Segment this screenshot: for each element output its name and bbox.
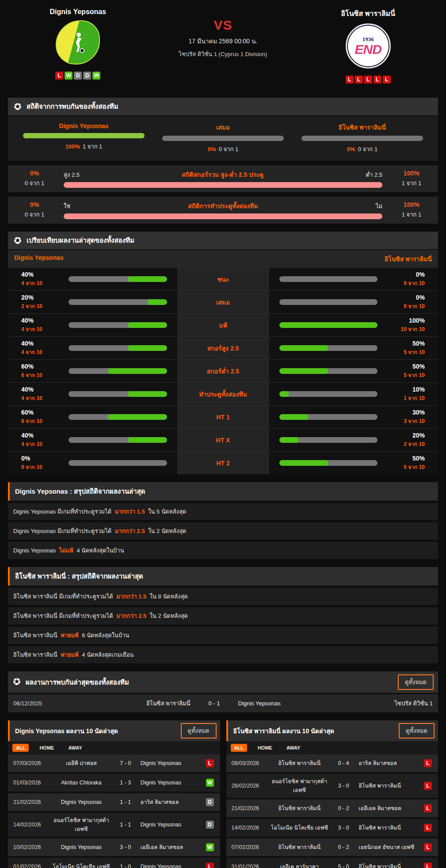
home-bar-fill	[128, 276, 167, 282]
summary-highlight: พ่ายแพ้	[61, 632, 78, 639]
recent-match-row[interactable]: 10/02/2026Dignis Yepsonas3 - 0เออีเอล ลิ…	[8, 838, 220, 858]
h2h-column-values: 100%1 จาก 1	[65, 142, 103, 151]
result-badge-w: W	[206, 779, 214, 787]
recent-match-row[interactable]: 01/03/2026Akritas Chloraka1 - 3Dignis Ye…	[8, 774, 220, 793]
match-date: 14/02/2026	[229, 825, 267, 831]
match-info: VS 17 มีนาคม 2569 00:00 น. ไซปรัส ดิวิชั…	[148, 7, 298, 59]
home-percent: 0%	[21, 455, 59, 462]
comparison-away-bar	[279, 414, 378, 420]
home-bar-fill	[147, 299, 167, 305]
recent-match-row[interactable]: 01/02/2026โอโมเนีย นิโคเชีย เอฟซี1 - 0Di…	[8, 858, 220, 868]
result-badge-cell: W	[202, 843, 217, 851]
summary-text-pre: Dignis Yepsonas มีเกมที่ทำประตูรวมได้	[13, 528, 113, 534]
tab-all[interactable]: ALL	[12, 744, 29, 752]
summary-text-pre: Dignis Yepsonas มีเกมที่ทำประตูรวมได้	[13, 508, 113, 515]
tab-home[interactable]: HOME	[36, 744, 57, 752]
comparison-home-values: 20%2 จาก 10	[8, 294, 59, 310]
recent-match-row[interactable]: 31/01/2026เออีเค ลาร์นาคา5 - 0อิโนซิส พา…	[226, 858, 438, 868]
match-date: 06/12/2025	[13, 700, 75, 707]
summary-text-pre: อิโนซิส พาราลิมนี่	[13, 651, 59, 658]
comparison-row: 60%6 จาก 10สกอร์ต่ำ 2.550%5 จาก 10	[8, 359, 438, 382]
recent-match-row[interactable]: 28/02/2026อนอร์โธซิส ฟามากุสต้า เอฟซี3 -…	[226, 774, 438, 799]
match-date: 21/02/2026	[11, 799, 49, 805]
tab-all[interactable]: ALL	[231, 744, 247, 752]
tab-home[interactable]: HOME	[254, 744, 276, 752]
comparison-home-values: 60%6 จาก 10	[8, 363, 59, 379]
away-percent: 0%	[416, 271, 425, 278]
recent-match-row[interactable]: 07/02/2026อิโนซิส พาราลิมนี่0 - 2เอธนิกอ…	[226, 838, 438, 858]
comparison-row-label: เสมอ	[177, 291, 270, 313]
recent-match-row[interactable]: 21/02/2026Dignis Yepsonas1 - 1อาริส ลิมา…	[8, 793, 220, 813]
result-badge-d: D	[206, 798, 214, 806]
result-badge-cell: L	[420, 759, 435, 767]
h2h-matches-section: ผลงานการพบกันล่าสุดของทั้งสองทีม ดูทั้งห…	[8, 671, 438, 712]
away-bar-fill	[279, 437, 299, 443]
tab-away[interactable]: AWAY	[65, 744, 85, 752]
form-badge-d: D	[83, 72, 91, 80]
tab-away[interactable]: AWAY	[283, 744, 304, 752]
away-recent-view-all-button[interactable]: ดูทั้งหมด	[399, 723, 435, 739]
home-count: 2 จาก 10	[21, 302, 59, 310]
away-logo-text: END	[355, 43, 381, 56]
recent-match-row[interactable]: 07/03/2026เออีพี ปาฟอส7 - 0Dignis Yepson…	[8, 754, 220, 774]
recent-match-row[interactable]: 08/03/2026อิโนซิส พาราลิมนี่0 - 4อาริส ล…	[226, 754, 438, 774]
home-count: 4 จาก 10	[21, 325, 59, 333]
comparison-team-names: Dignis Yepsonas อิโนซิส พาราลิมนี่	[8, 250, 438, 268]
h2h-stats-section: สถิติจากการพบกันของทั้งสองทีม Dignis Yep…	[8, 98, 438, 224]
ou-right-count: 1 จาก 1	[402, 210, 421, 219]
comparison-away-bar	[279, 276, 378, 282]
away-count: 0 จาก 10	[404, 279, 425, 287]
result-badge-l: L	[424, 782, 432, 790]
comparison-row: 40%4 จาก 10แพ้100%10 จาก 10	[8, 313, 438, 336]
match-league: ไซปรัส ดิวิชั่น 1	[353, 699, 433, 708]
match-date: 07/03/2026	[11, 760, 49, 766]
summary-highlight: มากกว่า 2.5	[116, 613, 146, 619]
h2h-matches-header: ผลงานการพบกันล่าสุดของทั้งสองทีม ดูทั้งห…	[8, 671, 438, 693]
player-silhouette-icon	[66, 31, 89, 54]
comparison-away-values: 0%0 จาก 10	[387, 294, 438, 310]
h2h-view-all-button[interactable]: ดูทั้งหมด	[398, 674, 434, 690]
result-badge-cell: L	[202, 759, 217, 767]
away-count: 2 จาก 10	[404, 440, 425, 448]
h2h-column-values: 0%0 จาก 1	[347, 145, 377, 154]
soccer-ball-icon	[13, 102, 22, 111]
comparison-away-bar	[279, 345, 378, 351]
result-badge-l: L	[424, 759, 432, 767]
home-percent: 60%	[21, 363, 59, 370]
summary-row: อิโนซิส พาราลิมนี่ มีเกมที่ทำประตูรวมได้…	[8, 588, 438, 605]
form-badge-l: L	[383, 76, 391, 84]
h2h-count: 0 จาก 1	[358, 146, 377, 152]
comparison-row: 40%4 จาก 10HT X20%2 จาก 10	[8, 428, 438, 451]
comparison-row: 20%2 จาก 10เสมอ0%0 จาก 10	[8, 290, 438, 313]
ou-bar	[64, 182, 382, 188]
form-badge-l: L	[55, 72, 63, 80]
comparison-home-bar	[69, 276, 167, 282]
away-team: อาริส ลิมาสชอล	[355, 759, 420, 768]
home-team-name: Dignis Yepsonas	[50, 8, 106, 16]
h2h-win-panel: Dignis Yepsonas100%1 จาก 1เสมอ0%0 จาก 1อ…	[8, 116, 438, 161]
home-recent-view-all-button[interactable]: ดูทั้งหมด	[181, 723, 217, 739]
match-score: 5 - 0	[332, 864, 355, 868]
recent-match-row[interactable]: 21/02/2026อิโนซิส พาราลิมนี่0 - 2เออีเอล…	[226, 799, 438, 819]
comparison-home-bar	[69, 299, 167, 305]
summary-row: Dignis Yepsonas มีเกมที่ทำประตูรวมได้ มา…	[8, 522, 438, 540]
home-recent-table: Dignis Yepsonas ผลงาน 10 นัดล่าสุด ดูทั้…	[8, 720, 220, 868]
comparison-row-label: ทำประตูทั้งสองทีม	[177, 383, 270, 405]
summary-row: Dignis Yepsonas ไม่แพ้ 4 นัดหลังสุดในบ้า…	[8, 542, 438, 559]
summary-text-pre: อิโนซิส พาราลิมนี่ มีเกมที่ทำประตูรวมได้	[13, 613, 114, 619]
recent-match-row[interactable]: 14/02/2026โอโมเนีย นิโคเชีย เอฟซี3 - 0อิ…	[226, 819, 438, 838]
recent-match-row[interactable]: 14/02/2026อนอร์โธซิส ฟามากุสต้า เอฟซี1 -…	[8, 813, 220, 838]
match-score: 1 - 0	[114, 864, 137, 868]
away-bar-fill	[279, 460, 328, 466]
home-bar-fill	[128, 391, 167, 397]
comparison-row: 40%4 จาก 10ทำประตูทั้งสองทีม10%1 จาก 10	[8, 382, 438, 405]
h2h-stat-column: อิโนซิส พาราลิมนี่0%0 จาก 1	[301, 122, 423, 154]
h2h-btts-row: 0%0 จาก 1ใช่สถิติการทำประตูทั้งสองทีมไม่…	[8, 197, 438, 224]
ou-left-percent: 0%	[30, 170, 39, 177]
h2h-match-row[interactable]: 06/12/2025อิโนซิส พาราลิมนี่0 - 1Dignis …	[8, 694, 438, 712]
comparison-home-values: 40%4 จาก 10	[8, 386, 59, 402]
match-score: 3 - 0	[332, 783, 355, 789]
match-date: 28/02/2026	[229, 783, 267, 789]
away-team-name: อิโนซิส พาราลิมนี่	[341, 8, 395, 19]
summary-highlight: ไม่แพ้	[59, 547, 73, 554]
